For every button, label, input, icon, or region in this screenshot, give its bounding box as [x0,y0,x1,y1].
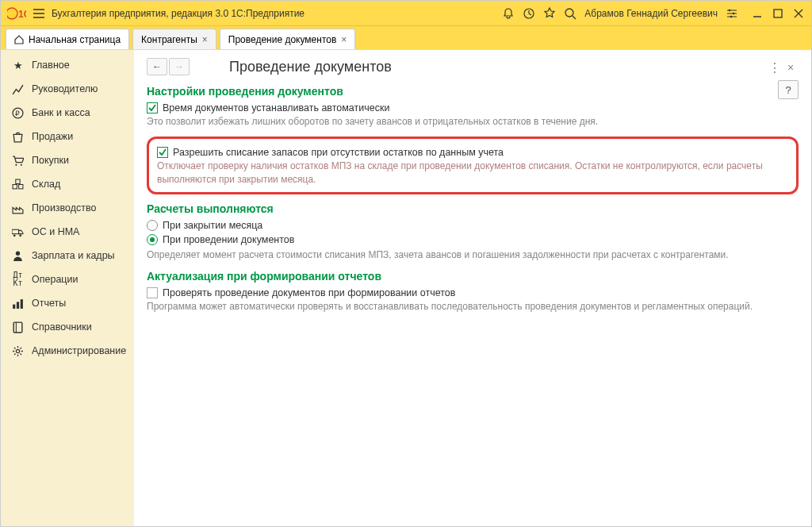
radio-label: При проведении документов [163,234,294,245]
svg-rect-15 [12,229,19,233]
checkbox-allow-writeoff[interactable] [157,147,168,158]
tab-close-icon[interactable]: × [341,34,347,45]
boxes-icon [12,179,24,190]
svg-point-4 [729,9,731,11]
sidebar-item-manager[interactable]: Руководителю [1,77,134,101]
bars-icon [12,298,24,310]
cart-icon [12,155,24,167]
page-toolbar: ← → Проведение документов ⋮ × [134,50,811,80]
history-icon[interactable] [523,7,535,20]
svg-text:1С: 1С [18,9,26,20]
content: ? Настройки проведения документов Время … [134,80,811,334]
body: ★ Главное Руководителю ₽ Банк и касса Пр… [1,50,811,526]
page-menu-icon[interactable]: ⋮ [768,60,781,73]
logo-1c: 1С [7,6,26,21]
section-title-calc: Расчеты выполняются [147,202,799,215]
sidebar: ★ Главное Руководителю ₽ Банк и касса Пр… [1,50,134,526]
app-title: Бухгалтерия предприятия, редакция 3.0 1С… [52,8,304,19]
svg-text:₽: ₽ [15,109,20,117]
tab-label: Начальная страница [29,34,121,45]
tab-label: Проведение документов [228,34,337,45]
svg-rect-21 [21,299,23,309]
svg-rect-7 [774,10,782,17]
tabs: Начальная страница Контрагенты × Проведе… [1,26,811,50]
hint-allow-writeoff: Отключает проверку наличия остатков МПЗ … [157,160,788,187]
page-title: Проведение документов [229,59,392,75]
checkbox-auto-time[interactable] [147,102,158,113]
section-title-settings: Настройки проведения документов [147,85,799,98]
svg-rect-13 [19,184,23,188]
sidebar-item-admin[interactable]: Администрирование [1,339,134,363]
book-icon [12,321,24,333]
sidebar-item-operations[interactable]: ДтКт Операции [1,267,134,291]
app-window: 1С Бухгалтерия предприятия, редакция 3.0… [0,0,812,527]
tab-document-posting[interactable]: Проведение документов × [220,29,356,49]
checkbox-check-posting[interactable] [147,287,158,298]
user-name[interactable]: Абрамов Геннадий Сергеевич [584,8,718,19]
nav-back-button[interactable]: ← [147,58,167,75]
sidebar-item-main[interactable]: ★ Главное [1,53,134,77]
hint-auto-time: Это позволит избежать лишних оборотов по… [147,115,799,129]
sidebar-item-purchases[interactable]: Покупки [1,148,134,172]
star-filled-icon: ★ [12,60,24,71]
titlebar: 1С Бухгалтерия предприятия, редакция 3.0… [1,1,811,26]
help-button[interactable]: ? [778,80,799,99]
svg-point-17 [19,234,21,237]
svg-point-18 [16,251,20,255]
sidebar-item-bank[interactable]: ₽ Банк и касса [1,101,134,125]
sidebar-item-warehouse[interactable]: Склад [1,172,134,196]
bag-icon [12,131,24,143]
svg-rect-12 [13,184,17,188]
checkbox-label: Разрешить списание запасов при отсутстви… [173,147,504,158]
main: ← → Проведение документов ⋮ × ? Настройк… [134,50,811,526]
page-close-icon[interactable]: × [787,61,799,72]
sidebar-item-assets[interactable]: ОС и НМА [1,220,134,244]
checkbox-label: Время документов устанавливать автоматич… [163,102,389,113]
settings-lines-icon[interactable] [726,7,738,20]
svg-point-6 [730,15,733,17]
home-icon [14,35,24,44]
svg-rect-14 [16,179,20,183]
svg-point-10 [15,163,17,165]
truck-icon [12,226,24,238]
maximize-button[interactable] [772,7,784,20]
close-button[interactable] [792,7,805,20]
svg-point-3 [565,9,573,17]
svg-point-11 [21,163,22,165]
nav-forward-button[interactable]: → [169,58,190,75]
factory-icon [12,202,24,214]
svg-point-23 [16,349,19,352]
sidebar-item-reference[interactable]: Справочники [1,315,134,339]
chart-icon [12,83,24,95]
radio-close-month[interactable] [147,220,158,231]
sidebar-item-reports[interactable]: Отчеты [1,291,134,315]
bell-icon[interactable] [502,7,515,20]
svg-rect-19 [13,304,15,308]
radio-label: При закрытии месяца [163,220,262,231]
tab-home[interactable]: Начальная страница [6,29,129,49]
star-icon[interactable] [543,7,556,20]
svg-point-5 [733,12,735,14]
radio-on-posting[interactable] [147,234,158,245]
section-title-actual: Актуализация при формировании отчетов [147,270,799,283]
dtkt-icon: ДтКт [12,274,24,286]
svg-point-16 [13,234,16,237]
sidebar-item-production[interactable]: Производство [1,196,134,220]
gear-icon [12,345,24,357]
sidebar-item-sales[interactable]: Продажи [1,125,134,148]
tab-label: Контрагенты [141,34,197,45]
ruble-icon: ₽ [12,107,24,119]
hint-calc: Определяет момент расчета стоимости спис… [147,248,799,262]
person-icon [12,250,24,262]
main-menu-icon[interactable] [33,7,45,20]
tab-counterparties[interactable]: Контрагенты × [132,29,216,49]
search-icon[interactable] [564,7,576,20]
sidebar-item-salary[interactable]: Зарплата и кадры [1,244,134,267]
checkbox-label: Проверять проведение документов при форм… [163,287,455,298]
hint-actual: Программа может автоматически проверять … [147,300,799,314]
svg-point-0 [7,8,17,19]
svg-rect-20 [17,302,19,309]
svg-rect-22 [13,322,22,333]
tab-close-icon[interactable]: × [202,34,208,45]
minimize-button[interactable] [751,7,764,20]
